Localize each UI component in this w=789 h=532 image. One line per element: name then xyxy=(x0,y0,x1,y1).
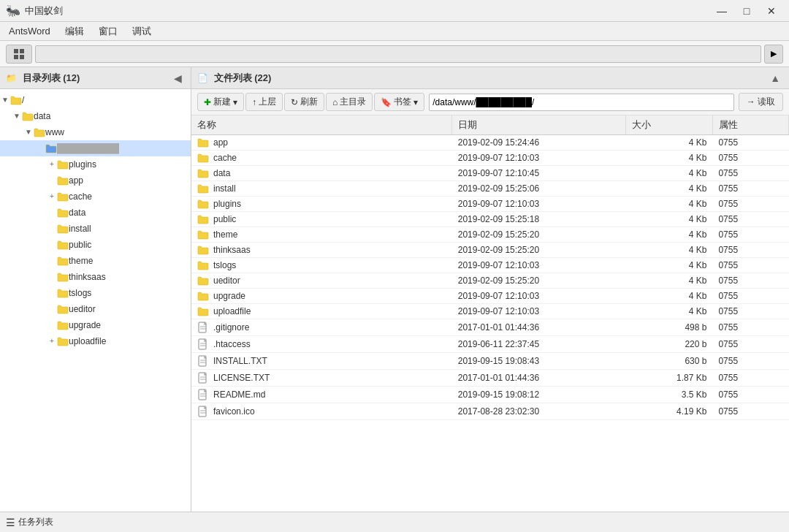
table-row[interactable]: data2019-09-07 12:10:454 Kb0755 xyxy=(191,166,789,181)
table-row[interactable]: INSTALL.TXT2019-09-15 19:08:43630 b0755 xyxy=(191,353,789,370)
tree-item-uploadfile-tree[interactable]: +uploadfile xyxy=(0,333,191,349)
tree-item-ueditor-tree[interactable]: ueditor xyxy=(0,301,191,317)
tree-item-theme-tree[interactable]: theme xyxy=(0,253,191,269)
file-name: public xyxy=(213,214,236,224)
file-name: INSTALL.TXT xyxy=(213,356,267,366)
collapse-right-btn[interactable]: ▲ xyxy=(767,71,783,86)
table-row[interactable]: upgrade2019-09-07 12:10:034 Kb0755 xyxy=(191,289,789,304)
menu-edit[interactable]: 编辑 xyxy=(59,23,90,39)
tree-toggle-theme-tree[interactable] xyxy=(47,256,57,266)
dropdown-arrow-icon: ▾ xyxy=(233,97,237,107)
table-row[interactable]: thinksaas2019-02-09 15:25:204 Kb0755 xyxy=(191,243,789,258)
home-button[interactable]: ⌂ 主目录 xyxy=(326,93,373,111)
tree-item-install-tree[interactable]: install xyxy=(0,221,191,237)
tree-toggle-data[interactable]: ▼ xyxy=(12,111,22,121)
file-date: 2019-09-07 12:10:03 xyxy=(452,304,626,319)
file-date: 2017-01-01 01:44:36 xyxy=(452,370,626,387)
file-name: cache xyxy=(213,153,237,163)
table-row[interactable]: ueditor2019-02-09 15:25:204 Kb0755 xyxy=(191,273,789,289)
bookmark-dropdown-icon: ▾ xyxy=(413,97,418,107)
file-perm: 0755 xyxy=(712,289,788,304)
up-arrow-icon: ↑ xyxy=(252,97,256,107)
table-row[interactable]: plugins2019-09-07 12:10:034 Kb0755 xyxy=(191,197,789,212)
file-panel-title: 📄 文件列表 (22) xyxy=(197,72,271,85)
file-name: plugins xyxy=(213,199,241,209)
folder-icon xyxy=(197,229,209,240)
minimize-button[interactable]: — xyxy=(710,3,733,19)
col-header-perm: 属性 xyxy=(712,115,788,135)
table-row[interactable]: uploadfile2019-09-07 12:10:034 Kb0755 xyxy=(191,304,789,319)
menu-debug[interactable]: 调试 xyxy=(126,23,157,39)
tree-item-www[interactable]: ▼www xyxy=(0,124,191,140)
table-row[interactable]: LICENSE.TXT2017-01-01 01:44:361.87 Kb075… xyxy=(191,370,789,387)
tree-item-data-tree[interactable]: data xyxy=(0,205,191,221)
file-icon xyxy=(197,355,209,367)
tree-toggle-selected-folder[interactable] xyxy=(35,143,45,153)
tree-toggle-public-tree[interactable] xyxy=(47,240,57,250)
file-perm: 0755 xyxy=(712,243,788,258)
tree-label-data-tree: data xyxy=(69,208,85,218)
tree-toggle-tslogs-tree[interactable] xyxy=(47,288,57,298)
table-row[interactable]: README.md2019-09-15 19:08:123.5 Kb0755 xyxy=(191,387,789,403)
table-row[interactable]: .gitignore2017-01-01 01:44:36498 b0755 xyxy=(191,319,789,336)
tree-item-tslogs-tree[interactable]: tslogs xyxy=(0,285,191,301)
tree-toggle-data-tree[interactable] xyxy=(47,208,57,218)
up-button[interactable]: ↑ 上层 xyxy=(245,93,283,111)
file-size: 4 Kb xyxy=(626,258,713,273)
file-name: data xyxy=(213,168,230,178)
file-date: 2017-08-28 23:02:30 xyxy=(452,403,626,420)
tree-item-data[interactable]: ▼data xyxy=(0,108,191,124)
table-row[interactable]: .htaccess2019-06-11 22:37:45220 b0755 xyxy=(191,336,789,353)
tree-item-app-tree[interactable]: app xyxy=(0,172,191,189)
file-perm: 0755 xyxy=(712,370,788,387)
go-button[interactable]: → 读取 xyxy=(739,93,783,111)
tree-toggle-uploadfile-tree[interactable]: + xyxy=(47,336,57,346)
tree-toggle-install-tree[interactable] xyxy=(47,224,57,234)
folder-icon-root xyxy=(10,95,22,105)
tree-item-selected-folder[interactable]: ██████████ xyxy=(0,140,191,156)
tree-item-upgrade-tree[interactable]: upgrade xyxy=(0,317,191,333)
tree-item-plugins-tree[interactable]: +plugins xyxy=(0,156,191,172)
file-toolbar: ✚ 新建 ▾ ↑ 上层 ↻ 刷新 ⌂ 主目录 🔖 书签 ▾ → 读取 xyxy=(191,89,789,115)
table-row[interactable]: public2019-02-09 15:25:184 Kb0755 xyxy=(191,212,789,227)
folder-icon-thinksaas-tree xyxy=(57,272,69,282)
bookmark-button[interactable]: 🔖 书签 ▾ xyxy=(374,93,424,111)
tree-item-public-tree[interactable]: public xyxy=(0,237,191,253)
tree-item-root[interactable]: ▼/ xyxy=(0,92,191,108)
path-input[interactable] xyxy=(429,94,733,111)
collapse-left-btn[interactable]: ◀ xyxy=(171,71,185,86)
table-row[interactable]: tslogs2019-09-07 12:10:034 Kb0755 xyxy=(191,258,789,273)
file-date: 2019-02-09 15:25:20 xyxy=(452,227,626,243)
file-table-container[interactable]: 名称 日期 大小 属性 app2019-02-09 15:24:464 Kb07… xyxy=(191,115,789,512)
top-path-bar[interactable] xyxy=(35,45,761,63)
tree-toggle-plugins-tree[interactable]: + xyxy=(47,159,57,170)
menu-window[interactable]: 窗口 xyxy=(93,23,123,39)
menu-antsword[interactable]: AntsWord xyxy=(3,24,56,38)
file-size: 4 Kb xyxy=(626,151,713,166)
maximize-button[interactable]: □ xyxy=(735,3,758,19)
tree-toggle-upgrade-tree[interactable] xyxy=(47,320,57,330)
tree-item-cache-tree[interactable]: +cache xyxy=(0,189,191,205)
table-row[interactable]: app2019-02-09 15:24:464 Kb0755 xyxy=(191,135,789,151)
folder-icon xyxy=(197,183,209,194)
file-name: tslogs xyxy=(213,260,236,270)
tree-toggle-cache-tree[interactable]: + xyxy=(47,191,57,202)
file-perm: 0755 xyxy=(712,212,788,227)
directory-tree[interactable]: ▼/▼data▼www ██████████+plugins app+cache… xyxy=(0,89,191,512)
tree-toggle-root[interactable]: ▼ xyxy=(0,95,10,105)
tree-toggle-thinksaas-tree[interactable] xyxy=(47,272,57,282)
tree-toggle-www[interactable]: ▼ xyxy=(23,127,34,137)
new-button[interactable]: ✚ 新建 ▾ xyxy=(197,93,244,111)
refresh-button[interactable]: ↻ 刷新 xyxy=(284,93,324,111)
svg-rect-3 xyxy=(20,55,24,59)
grid-icon-btn[interactable] xyxy=(6,45,32,64)
table-row[interactable]: favicon.ico2017-08-28 23:02:304.19 Kb075… xyxy=(191,403,789,420)
tree-toggle-ueditor-tree[interactable] xyxy=(47,304,57,314)
tree-item-thinksaas-tree[interactable]: thinksaas xyxy=(0,269,191,285)
tree-toggle-app-tree[interactable] xyxy=(47,175,57,186)
table-row[interactable]: theme2019-02-09 15:25:204 Kb0755 xyxy=(191,227,789,243)
table-row[interactable]: install2019-02-09 15:25:064 Kb0755 xyxy=(191,181,789,197)
table-row[interactable]: cache2019-09-07 12:10:034 Kb0755 xyxy=(191,151,789,166)
toolbar-nav-btn[interactable]: ▶ xyxy=(764,45,783,64)
close-button[interactable]: ✕ xyxy=(760,3,783,19)
